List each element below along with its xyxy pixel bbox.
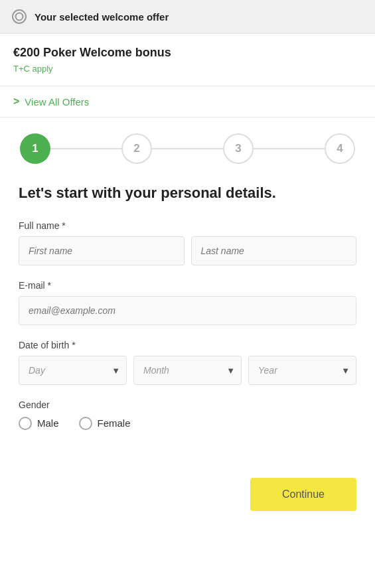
dob-row: Day ▼ Month ▼ Year ▼	[19, 356, 356, 385]
tc-label: T+C apply	[13, 64, 362, 74]
step-1[interactable]: 1	[20, 133, 50, 164]
gender-options: Male Female	[19, 417, 356, 430]
view-all-link[interactable]: View All Offers	[25, 96, 89, 108]
view-all-offers-row[interactable]: > View All Offers	[0, 86, 375, 117]
step-line-2	[152, 148, 223, 149]
month-select-wrapper: Month ▼	[133, 356, 242, 385]
first-name-input[interactable]	[19, 236, 185, 265]
dob-label: Date of birth *	[19, 340, 356, 350]
full-name-label: Full name *	[19, 220, 356, 231]
month-select[interactable]: Month	[133, 356, 242, 385]
gender-label: Gender	[19, 400, 356, 410]
step-4[interactable]: 4	[325, 133, 355, 164]
day-select-wrapper: Day ▼	[19, 356, 127, 385]
last-name-input[interactable]	[191, 236, 357, 265]
welcome-offer-banner: Your selected welcome offer	[0, 0, 375, 34]
step-line-3	[254, 148, 325, 149]
step-line-1	[50, 148, 121, 149]
day-select[interactable]: Day	[19, 356, 127, 385]
form-heading: Let's start with your personal details.	[19, 184, 356, 203]
female-option[interactable]: Female	[79, 417, 131, 430]
male-radio[interactable]	[19, 417, 32, 430]
gender-group: Gender Male Female	[19, 400, 356, 430]
page-container: Your selected welcome offer €200 Poker W…	[0, 0, 375, 588]
year-select-wrapper: Year ▼	[248, 356, 356, 385]
offer-icon	[12, 9, 27, 24]
step-2[interactable]: 2	[121, 133, 152, 164]
male-option[interactable]: Male	[19, 417, 59, 430]
offer-name: €200 Poker Welcome bonus	[13, 46, 362, 60]
email-group: E-mail *	[19, 280, 356, 325]
full-name-row	[19, 236, 356, 265]
year-select[interactable]: Year	[248, 356, 356, 385]
chevron-right-icon: >	[13, 96, 19, 108]
dob-group: Date of birth * Day ▼ Month ▼ Year	[19, 340, 356, 385]
continue-button[interactable]: Continue	[250, 478, 356, 511]
svg-point-0	[16, 13, 23, 21]
step-3[interactable]: 3	[223, 133, 254, 164]
progress-steps: 1 2 3 4	[0, 117, 375, 177]
email-input[interactable]	[19, 296, 356, 325]
banner-title: Your selected welcome offer	[35, 11, 169, 23]
female-radio[interactable]	[79, 417, 92, 430]
continue-row: Continue	[0, 465, 375, 531]
form-section: Let's start with your personal details. …	[0, 177, 375, 465]
male-label: Male	[37, 417, 59, 429]
female-label: Female	[98, 417, 131, 429]
email-label: E-mail *	[19, 280, 356, 291]
offer-card: €200 Poker Welcome bonus T+C apply	[0, 34, 375, 86]
full-name-group: Full name *	[19, 220, 356, 265]
